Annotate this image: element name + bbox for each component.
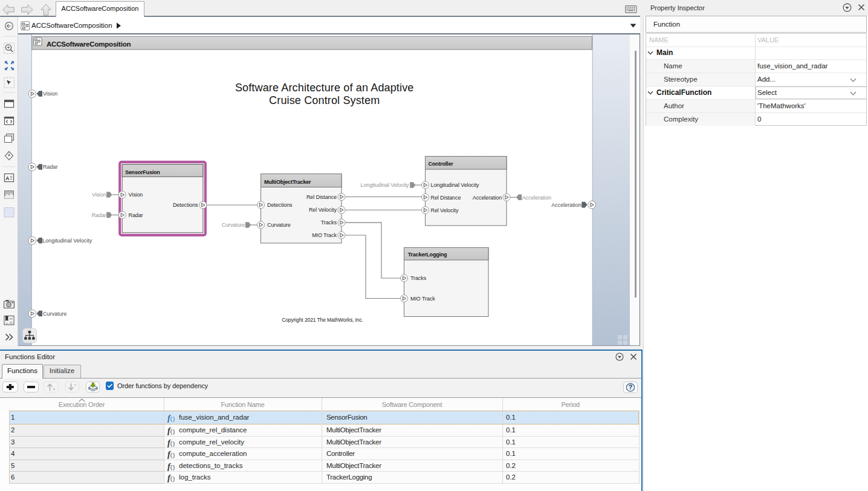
svg-text:Detections: Detections [267, 202, 293, 208]
svg-text:Software Architecture of an Ad: Software Architecture of an Adaptive [235, 82, 414, 94]
svg-text:SensorFusion: SensorFusion [125, 169, 160, 175]
svg-text:Longitudinal Velocity: Longitudinal Velocity [42, 238, 92, 244]
svg-text:Radar: Radar [92, 212, 106, 218]
svg-text:Radar: Radar [43, 164, 58, 170]
svg-text:Curvature: Curvature [43, 311, 67, 317]
svg-text:Detections: Detections [173, 202, 198, 208]
svg-text:MultiObjectTracker: MultiObjectTracker [264, 179, 311, 185]
svg-text:Tracks: Tracks [410, 275, 427, 281]
svg-text:MIO Track: MIO Track [410, 296, 435, 302]
svg-text:Rel Velocity: Rel Velocity [431, 207, 459, 213]
svg-text:Vision: Vision [92, 192, 106, 198]
svg-text:Longitudinal Velocity: Longitudinal Velocity [361, 182, 410, 188]
svg-text:Vision: Vision [43, 91, 57, 97]
svg-text:TrackerLogging: TrackerLogging [408, 252, 447, 258]
svg-text:Controller: Controller [429, 161, 454, 167]
svg-text:Curvature: Curvature [267, 222, 291, 228]
svg-text:Cruise Control System: Cruise Control System [269, 94, 380, 106]
svg-text:Rel Distance: Rel Distance [431, 195, 461, 201]
svg-text:Acceleration: Acceleration [551, 202, 581, 208]
svg-text:Vision: Vision [129, 192, 143, 198]
svg-text:Tracks: Tracks [321, 219, 337, 226]
svg-text:Acceleration: Acceleration [522, 195, 551, 201]
svg-text:Longitudinal Velocity: Longitudinal Velocity [431, 182, 480, 188]
svg-text:A: A [5, 175, 9, 181]
svg-text:?: ? [629, 383, 632, 391]
svg-text:Rel Distance: Rel Distance [306, 194, 337, 200]
svg-text:MIO Track: MIO Track [312, 232, 337, 238]
svg-text:Rel Velocity: Rel Velocity [309, 207, 337, 213]
svg-text:Curvature: Curvature [222, 222, 245, 228]
svg-text:Radar: Radar [129, 212, 143, 218]
svg-text:Copyright 2021 The MathWorks,: Copyright 2021 The MathWorks, Inc. [282, 317, 363, 323]
svg-text:Acceleration: Acceleration [473, 195, 502, 201]
svg-text:ACCSoftwareComposition: ACCSoftwareComposition [47, 41, 131, 48]
